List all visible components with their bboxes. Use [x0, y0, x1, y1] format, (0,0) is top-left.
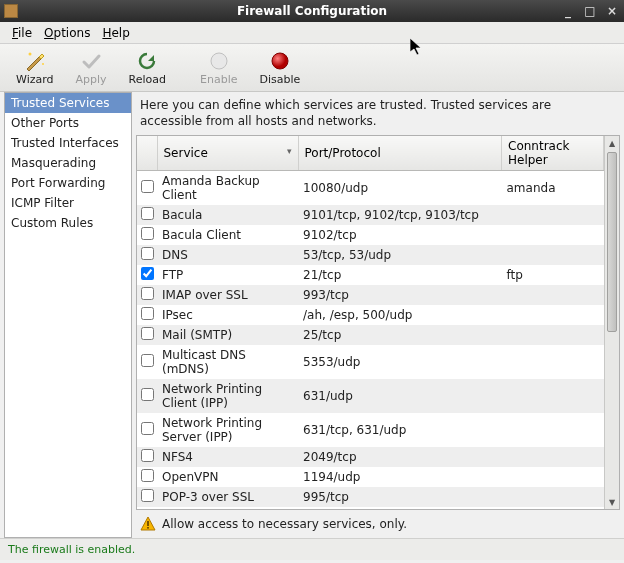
- svg-point-3: [272, 53, 288, 69]
- column-header-service[interactable]: Service▾: [157, 136, 298, 171]
- apply-label: Apply: [76, 73, 107, 86]
- column-header-conntrack[interactable]: Conntrack Helper: [502, 136, 604, 171]
- service-checkbox[interactable]: [141, 354, 154, 367]
- table-row[interactable]: FTP21/tcpftp: [137, 265, 604, 285]
- menu-file[interactable]: File: [6, 24, 38, 42]
- service-checkbox[interactable]: [141, 422, 154, 435]
- intro-text: Here you can define which services are t…: [136, 96, 620, 135]
- service-conntrack: [502, 205, 604, 225]
- table-row[interactable]: DNS53/tcp, 53/udp: [137, 245, 604, 265]
- service-conntrack: [502, 305, 604, 325]
- service-conntrack: [502, 245, 604, 265]
- disable-button[interactable]: Disable: [250, 48, 311, 88]
- close-button[interactable]: ×: [604, 3, 620, 19]
- minimize-button[interactable]: _: [560, 3, 576, 19]
- service-name: RADIUS: [157, 507, 298, 509]
- maximize-button[interactable]: □: [582, 3, 598, 19]
- service-name: Bacula: [157, 205, 298, 225]
- hint-text: Allow access to necessary services, only…: [162, 517, 407, 531]
- table-row[interactable]: Multicast DNS (mDNS)5353/udp: [137, 345, 604, 379]
- service-port: 631/tcp, 631/udp: [298, 413, 501, 447]
- service-checkbox[interactable]: [141, 388, 154, 401]
- service-name: FTP: [157, 265, 298, 285]
- reload-button[interactable]: Reload: [119, 48, 176, 88]
- service-name: Network Printing Server (IPP): [157, 413, 298, 447]
- enable-button: Enable: [190, 48, 247, 88]
- column-header-port[interactable]: Port/Protocol: [298, 136, 501, 171]
- table-row[interactable]: Bacula Client9102/tcp: [137, 225, 604, 245]
- scroll-down-icon[interactable]: ▼: [605, 495, 619, 509]
- table-row[interactable]: POP-3 over SSL995/tcp: [137, 487, 604, 507]
- window-title: Firewall Configuration: [0, 4, 624, 18]
- sidebar-item-trusted-interfaces[interactable]: Trusted Interfaces: [5, 133, 131, 153]
- scroll-thumb[interactable]: [607, 152, 617, 332]
- service-checkbox[interactable]: [141, 247, 154, 260]
- wizard-button[interactable]: Wizard: [6, 48, 64, 88]
- service-port: 5353/udp: [298, 345, 501, 379]
- service-name: DNS: [157, 245, 298, 265]
- service-port: 21/tcp: [298, 265, 501, 285]
- service-checkbox[interactable]: [141, 327, 154, 340]
- service-checkbox[interactable]: [141, 267, 154, 280]
- menubar: File Options Help: [0, 22, 624, 44]
- sort-indicator-icon: ▾: [287, 146, 292, 156]
- service-name: IMAP over SSL: [157, 285, 298, 305]
- table-row[interactable]: Network Printing Client (IPP)631/udp: [137, 379, 604, 413]
- hint-row: Allow access to necessary services, only…: [136, 510, 620, 534]
- service-port: 995/tcp: [298, 487, 501, 507]
- column-header-checkbox[interactable]: [137, 136, 157, 171]
- service-checkbox[interactable]: [141, 207, 154, 220]
- service-name: IPsec: [157, 305, 298, 325]
- service-port: 9102/tcp: [298, 225, 501, 245]
- service-name: Bacula Client: [157, 225, 298, 245]
- service-conntrack: [502, 507, 604, 509]
- menu-options[interactable]: Options: [38, 24, 96, 42]
- service-checkbox[interactable]: [141, 489, 154, 502]
- disable-label: Disable: [260, 73, 301, 86]
- table-row[interactable]: Bacula9101/tcp, 9102/tcp, 9103/tcp: [137, 205, 604, 225]
- service-port: 2049/tcp: [298, 447, 501, 467]
- service-conntrack: [502, 225, 604, 245]
- service-checkbox[interactable]: [141, 307, 154, 320]
- svg-point-1: [42, 63, 44, 65]
- table-row[interactable]: Amanda Backup Client10080/udpamanda: [137, 171, 604, 206]
- table-row[interactable]: RADIUS1812/udp, 1813/udp: [137, 507, 604, 509]
- svg-rect-5: [147, 527, 149, 529]
- enable-icon: [208, 50, 230, 72]
- status-text: The firewall is enabled.: [8, 543, 135, 556]
- service-conntrack: [502, 325, 604, 345]
- sidebar-item-port-forwarding[interactable]: Port Forwarding: [5, 173, 131, 193]
- service-checkbox[interactable]: [141, 469, 154, 482]
- table-row[interactable]: IMAP over SSL993/tcp: [137, 285, 604, 305]
- table-row[interactable]: NFS42049/tcp: [137, 447, 604, 467]
- service-port: /ah, /esp, 500/udp: [298, 305, 501, 325]
- sidebar-item-other-ports[interactable]: Other Ports: [5, 113, 131, 133]
- service-name: POP-3 over SSL: [157, 487, 298, 507]
- service-name: Multicast DNS (mDNS): [157, 345, 298, 379]
- vertical-scrollbar[interactable]: ▲ ▼: [604, 136, 619, 509]
- apply-button: Apply: [66, 48, 117, 88]
- service-port: 9101/tcp, 9102/tcp, 9103/tcp: [298, 205, 501, 225]
- svg-rect-4: [147, 521, 149, 526]
- service-port: 53/tcp, 53/udp: [298, 245, 501, 265]
- menu-help[interactable]: Help: [96, 24, 135, 42]
- service-port: 25/tcp: [298, 325, 501, 345]
- service-checkbox[interactable]: [141, 287, 154, 300]
- service-checkbox[interactable]: [141, 180, 154, 193]
- table-row[interactable]: Network Printing Server (IPP)631/tcp, 63…: [137, 413, 604, 447]
- sidebar-item-custom-rules[interactable]: Custom Rules: [5, 213, 131, 233]
- sidebar-item-trusted-services[interactable]: Trusted Services: [5, 93, 131, 113]
- service-conntrack: [502, 467, 604, 487]
- service-checkbox[interactable]: [141, 227, 154, 240]
- scroll-up-icon[interactable]: ▲: [605, 136, 619, 150]
- service-checkbox[interactable]: [141, 449, 154, 462]
- sidebar-item-masquerading[interactable]: Masquerading: [5, 153, 131, 173]
- service-port: 631/udp: [298, 379, 501, 413]
- table-row[interactable]: IPsec/ah, /esp, 500/udp: [137, 305, 604, 325]
- service-name: NFS4: [157, 447, 298, 467]
- table-row[interactable]: OpenVPN1194/udp: [137, 467, 604, 487]
- table-row[interactable]: Mail (SMTP)25/tcp: [137, 325, 604, 345]
- service-name: Mail (SMTP): [157, 325, 298, 345]
- sidebar-item-icmp-filter[interactable]: ICMP Filter: [5, 193, 131, 213]
- service-conntrack: [502, 379, 604, 413]
